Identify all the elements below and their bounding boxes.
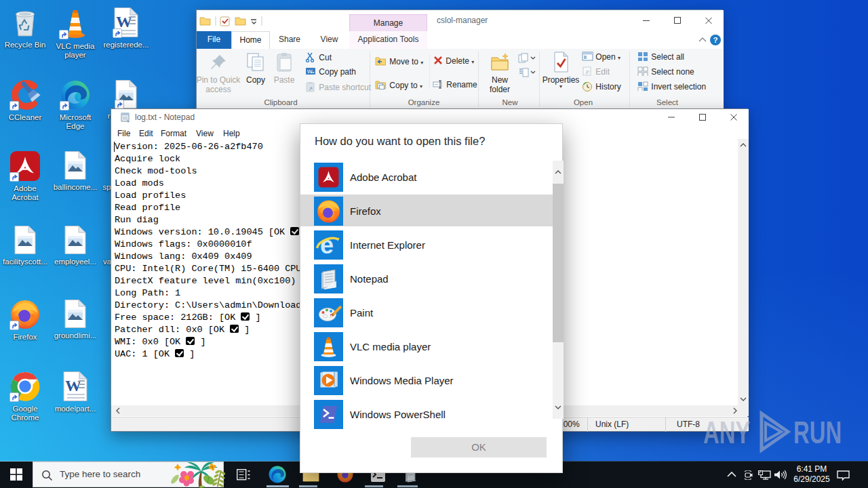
- svg-text:W: W: [307, 68, 313, 75]
- svg-text:e: e: [320, 231, 334, 259]
- svg-text:ANY: ANY: [703, 414, 750, 450]
- svg-text:?: ?: [713, 36, 718, 44]
- svg-text:W: W: [65, 377, 81, 394]
- svg-text:RUN: RUN: [793, 414, 842, 450]
